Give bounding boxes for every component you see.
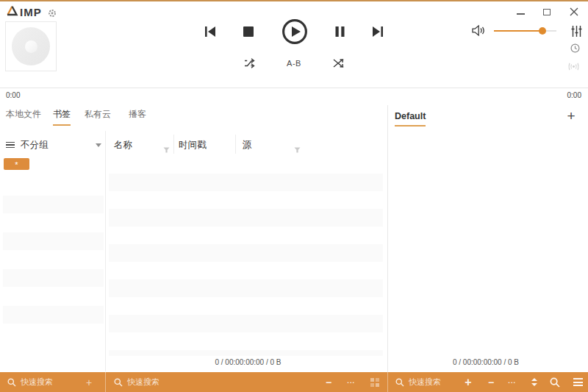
placeholder-row (3, 196, 104, 213)
transport-controls (204, 18, 384, 46)
bottom-bar: 快速搜索 + 快速搜索 − ••• 快速搜索 + − ••• (0, 372, 588, 392)
library-tabs: 本地文件 书签 私有云 播客 (6, 108, 146, 126)
placeholder-row (109, 315, 383, 332)
pause-button[interactable] (335, 26, 345, 37)
clock-icon[interactable] (570, 43, 580, 56)
column-divider (173, 135, 174, 154)
library-playlist-divider (387, 105, 388, 372)
app-logo-text: IMP (20, 6, 42, 18)
maximize-icon (543, 9, 551, 15)
bottom-bar-divider (105, 372, 106, 392)
maximize-button[interactable] (541, 6, 553, 18)
aimp-window: IMP (0, 0, 588, 392)
group-add-button[interactable]: + (81, 372, 97, 392)
close-icon (570, 7, 578, 16)
next-button[interactable] (372, 26, 384, 37)
seek-bar[interactable] (0, 88, 588, 88)
aimp-triangle-icon (6, 5, 18, 19)
placeholder-row (109, 244, 383, 262)
search-icon (7, 378, 16, 387)
filter-icon[interactable] (294, 143, 301, 156)
placeholder-row (109, 209, 383, 227)
tab-podcasts[interactable]: 播客 (129, 108, 146, 126)
ab-repeat-button[interactable]: A-B (287, 59, 301, 68)
gear-icon[interactable] (48, 7, 57, 21)
shuffle-icon[interactable] (333, 58, 344, 68)
placeholder-row (109, 279, 383, 297)
playback-mode-controls: A-B (244, 57, 344, 69)
playlist-remove-button[interactable]: − (484, 372, 498, 392)
view-grid-button[interactable] (368, 372, 381, 392)
placeholder-row (3, 269, 104, 287)
previous-button[interactable] (204, 26, 216, 37)
elapsed-time[interactable]: 0:00 (6, 91, 20, 99)
app-logo[interactable]: IMP (6, 5, 42, 19)
cd-hole (25, 40, 37, 53)
album-art (5, 21, 57, 71)
column-header-timestamp[interactable]: 时间戳 (179, 139, 207, 152)
column-header-source[interactable]: 源 (243, 139, 252, 152)
close-button[interactable] (568, 6, 580, 18)
placeholder-row (109, 350, 383, 356)
tab-bookmarks[interactable]: 书签 (53, 108, 71, 126)
playlist-tab-default[interactable]: Default (395, 111, 426, 126)
group-row-list (3, 196, 104, 343)
group-star-button[interactable]: * (4, 158, 29, 170)
play-button[interactable] (282, 18, 308, 45)
playlist-more-button[interactable]: ••• (505, 372, 520, 392)
grouping-label: 不分组 (21, 139, 49, 152)
playlist-search-field[interactable]: 快速搜索 (395, 372, 441, 392)
playlist-add-button[interactable]: + (461, 372, 476, 392)
library-search-field[interactable]: 快速搜索 (114, 372, 159, 392)
tab-local-files[interactable]: 本地文件 (6, 108, 41, 126)
total-time[interactable]: 0:00 (567, 91, 581, 99)
table-row-list (109, 174, 383, 356)
group-search-field[interactable]: 快速搜索 (7, 372, 53, 392)
group-table-divider (105, 131, 106, 371)
grouping-menu-icon (6, 142, 15, 149)
repeat-icon[interactable] (244, 58, 255, 68)
sort-button[interactable] (528, 372, 541, 392)
playlist-menu-button[interactable] (571, 372, 584, 392)
library-status: 0 / 00:00:00:00 / 0 B (109, 358, 387, 366)
library-remove-button[interactable]: − (321, 372, 336, 392)
search-placeholder: 快速搜索 (21, 377, 53, 388)
chevron-down-icon (96, 143, 101, 147)
playlist-status: 0 / 00:00:00:00 / 0 B (390, 358, 582, 366)
cd-disc-icon (12, 27, 50, 65)
volume-fill (494, 30, 542, 32)
volume-knob[interactable] (539, 27, 546, 35)
equalizer-icon[interactable] (571, 26, 582, 40)
tab-private-cloud[interactable]: 私有云 (85, 108, 111, 126)
radio-broadcast-icon[interactable] (567, 60, 580, 74)
playlist-find-button[interactable] (548, 372, 562, 392)
search-icon (550, 377, 560, 388)
search-icon (114, 378, 123, 387)
window-accent-border (0, 0, 588, 1)
speaker-icon[interactable] (472, 25, 486, 39)
grouping-dropdown[interactable]: 不分组 (6, 137, 101, 153)
placeholder-row (3, 306, 104, 324)
placeholder-row (3, 232, 104, 250)
library-more-button[interactable]: ••• (344, 372, 359, 392)
add-playlist-button[interactable]: + (564, 107, 578, 125)
filter-icon[interactable] (163, 143, 170, 156)
stop-button[interactable] (243, 26, 254, 37)
bottom-bar-divider (387, 372, 388, 392)
minimize-icon (517, 13, 525, 15)
search-placeholder: 快速搜索 (127, 377, 159, 388)
grid-icon (370, 378, 379, 387)
minimize-button[interactable] (514, 6, 526, 18)
search-placeholder: 快速搜索 (409, 377, 441, 388)
hamburger-menu-icon (573, 378, 583, 386)
column-header-name[interactable]: 名称 (114, 139, 132, 152)
volume-slider[interactable] (494, 30, 556, 32)
placeholder-row (109, 174, 383, 191)
column-divider (235, 135, 236, 154)
sort-icon (531, 378, 537, 386)
search-icon (395, 378, 404, 387)
